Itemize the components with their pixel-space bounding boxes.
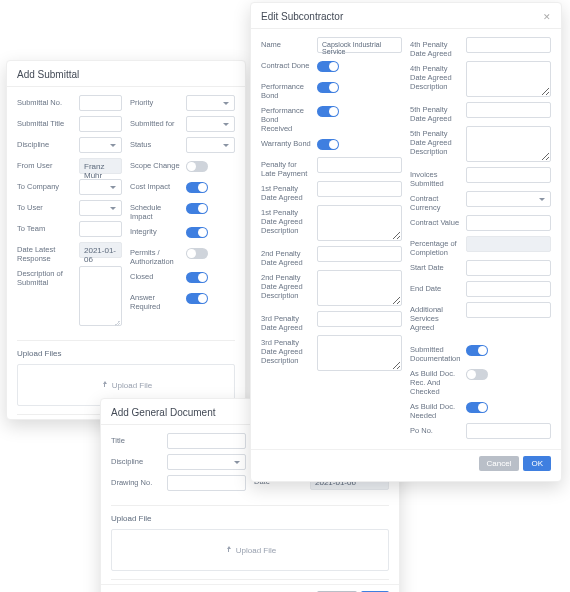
p3-date-input[interactable] — [317, 311, 402, 327]
start-date-input[interactable] — [466, 260, 551, 276]
label-answer-required: Answer Required — [130, 290, 180, 311]
label-priority: Priority — [130, 95, 180, 107]
p2-date-input[interactable] — [317, 246, 402, 262]
close-icon[interactable]: ✕ — [543, 12, 551, 22]
end-date-input[interactable] — [466, 281, 551, 297]
permits-toggle[interactable] — [186, 248, 208, 259]
label-pct: Percentage of Completion — [410, 236, 460, 257]
cost-impact-toggle[interactable] — [186, 182, 208, 193]
warranty-bond-toggle[interactable] — [317, 139, 339, 150]
panel-title: Add General Document — [111, 407, 216, 418]
p5-desc-textarea[interactable] — [466, 126, 551, 162]
to-company-select[interactable] — [79, 179, 122, 195]
p5-date-input[interactable] — [466, 102, 551, 118]
upload-icon — [100, 381, 108, 389]
label-perf-bond-recv: Performance Bond Received — [261, 103, 311, 133]
label-drawing-no: Drawing No. — [111, 475, 161, 487]
scope-change-toggle[interactable] — [186, 161, 208, 172]
label-p2-desc: 2nd Penalty Date Agreed Description — [261, 270, 311, 300]
label-p3-desc: 3rd Penalty Date Agreed Description — [261, 335, 311, 365]
discipline-select[interactable] — [79, 137, 122, 153]
addl-services-input[interactable] — [466, 302, 551, 318]
integrity-toggle[interactable] — [186, 227, 208, 238]
label-submittal-title: Submittal Title — [17, 116, 73, 128]
p1-date-input[interactable] — [317, 181, 402, 197]
label-title: Title — [111, 433, 161, 445]
date-latest-value[interactable]: 2021-01-06 — [79, 242, 122, 258]
doc-discipline-select[interactable] — [167, 454, 246, 470]
drawing-no-input[interactable] — [167, 475, 246, 491]
p3-desc-textarea[interactable] — [317, 335, 402, 371]
to-user-select[interactable] — [79, 200, 122, 216]
answer-required-toggle[interactable] — [186, 293, 208, 304]
penalty-late-input[interactable] — [317, 157, 402, 173]
perf-bond-recv-toggle[interactable] — [317, 106, 339, 117]
po-no-input[interactable] — [466, 423, 551, 439]
contract-done-toggle[interactable] — [317, 61, 339, 72]
upload-file-dropzone[interactable]: Upload File — [111, 529, 389, 571]
panel-title: Edit Subcontractor — [261, 11, 343, 22]
label-p3-date: 3rd Penalty Date Agreed — [261, 311, 311, 332]
label-invoices: Invoices Submitted — [410, 167, 460, 188]
label-po: Po No. — [410, 423, 460, 435]
label-warranty-bond: Warranty Bond — [261, 136, 311, 148]
upload-file-text: Upload File — [236, 546, 276, 555]
pct-completion-input[interactable] — [466, 236, 551, 252]
panel-title: Add Submittal — [17, 69, 79, 80]
panel-header: Add Submittal — [7, 61, 245, 87]
from-user-value: Franz Muhr — [79, 158, 122, 174]
label-value: Contract Value — [410, 215, 460, 227]
label-p1-date: 1st Penalty Date Agreed — [261, 181, 311, 202]
currency-select[interactable] — [466, 191, 551, 207]
subdoc-toggle[interactable] — [466, 345, 488, 356]
cancel-button[interactable]: Cancel — [479, 456, 520, 471]
label-submitted-for: Submitted for — [130, 116, 180, 128]
label-p4-date: 4th Penalty Date Agreed — [410, 37, 460, 58]
label-submittal-no: Submittal No. — [17, 95, 73, 107]
label-penalty-late: Penalty for Late Payment — [261, 157, 311, 178]
status-select[interactable] — [186, 137, 235, 153]
label-closed: Closed — [130, 269, 180, 281]
invoices-input[interactable] — [466, 167, 551, 183]
label-start: Start Date — [410, 260, 460, 272]
p1-desc-textarea[interactable] — [317, 205, 402, 241]
closed-toggle[interactable] — [186, 272, 208, 283]
label-p2-date: 2nd Penalty Date Agreed — [261, 246, 311, 267]
label-date-latest: Date Latest Response — [17, 242, 73, 263]
label-p5-desc: 5th Penalty Date Agreed Description — [410, 126, 460, 156]
priority-select[interactable] — [186, 95, 235, 111]
label-currency: Contract Currency — [410, 191, 460, 212]
upload-file-label: Upload File — [101, 510, 399, 525]
submittal-no-input[interactable] — [79, 95, 122, 111]
label-schedule-impact: Schedule Impact — [130, 200, 180, 221]
upload-icon — [224, 546, 232, 554]
asbuilt-rec-toggle[interactable] — [466, 369, 488, 380]
asbuilt-need-toggle[interactable] — [466, 402, 488, 413]
label-to-user: To User — [17, 200, 73, 212]
label-contract-done: Contract Done — [261, 58, 311, 70]
label-p1-desc: 1st Penalty Date Agreed Description — [261, 205, 311, 235]
to-team-input[interactable] — [79, 221, 122, 237]
doc-title-input[interactable] — [167, 433, 246, 449]
perf-bond-toggle[interactable] — [317, 82, 339, 93]
submittal-title-input[interactable] — [79, 116, 122, 132]
p4-date-input[interactable] — [466, 37, 551, 53]
label-permits: Permits / Authorization — [130, 245, 180, 266]
submitted-for-select[interactable] — [186, 116, 235, 132]
label-end: End Date — [410, 281, 460, 293]
contract-value-input[interactable] — [466, 215, 551, 231]
upload-files-label: Upload Files — [7, 345, 245, 360]
label-to-company: To Company — [17, 179, 73, 191]
p2-desc-textarea[interactable] — [317, 270, 402, 306]
label-p5-date: 5th Penalty Date Agreed — [410, 102, 460, 123]
label-subdoc: Submitted Documentation — [410, 342, 460, 363]
p4-desc-textarea[interactable] — [466, 61, 551, 97]
resize-handle-icon[interactable] — [114, 320, 120, 326]
ok-button[interactable]: OK — [523, 456, 551, 471]
label-addl: Additional Services Agreed — [410, 302, 460, 332]
name-input[interactable]: Capslock Industrial Service — [317, 37, 402, 53]
label-to-team: To Team — [17, 221, 73, 233]
label-status: Status — [130, 137, 180, 149]
schedule-impact-toggle[interactable] — [186, 203, 208, 214]
description-textarea[interactable] — [79, 266, 122, 326]
